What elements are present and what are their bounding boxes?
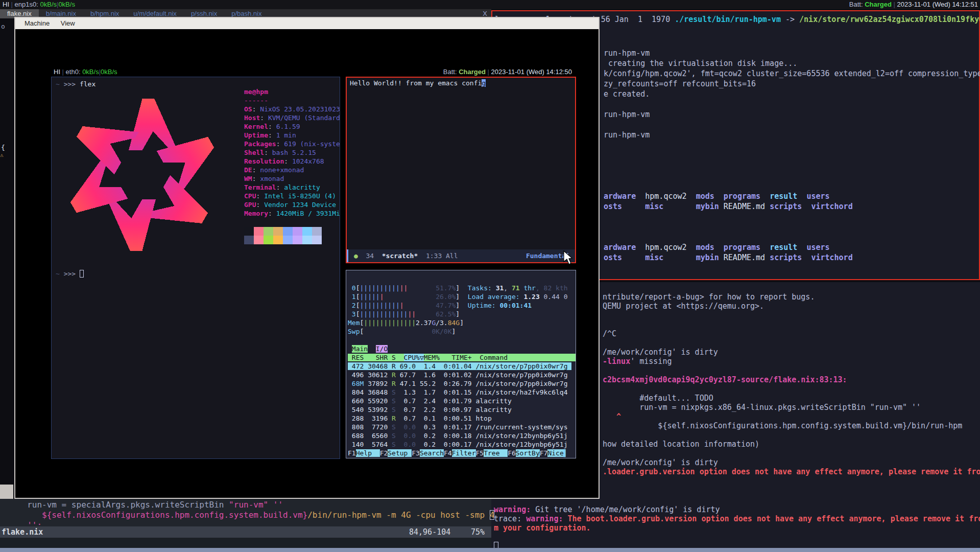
- warning-icon: ⚠: [0, 152, 4, 158]
- terminal-line: Host: KVM/QEMU (Standard: [244, 113, 340, 122]
- terminal-line: .loader.grub.version option does not hav…: [603, 467, 980, 476]
- terminal-line: [603, 430, 980, 440]
- palette-swatch: [244, 236, 254, 244]
- terminal-line: Kernel: 6.1.59: [244, 122, 340, 131]
- terminal-line: run-hpm-vm: [604, 109, 980, 120]
- terminal-line: 660 55920 S 0.7 2.4 0:01.79 alacritty: [348, 397, 576, 405]
- terminal-line: Mem[|||||||||||||2.37G/3.84G]: [348, 318, 576, 327]
- desktop: HI | enp1s0: 0kB/s|0kB/s Batt: Charged |…: [0, 0, 980, 552]
- guest-battery-clock: Batt: Charged | 2023-11-01 (Wed) 14:12:5…: [443, 67, 572, 77]
- palette-swatch: [254, 236, 264, 244]
- qemu-menubar: Machine View: [15, 18, 599, 29]
- terminal-line: /^C: [603, 329, 980, 338]
- guest-terminal-pane[interactable]: ~ >>> flex: [51, 77, 340, 459]
- terminal-line: 472 30468 R 69.0 1.4 0:01.04 /nix/store/…: [348, 362, 576, 371]
- terminal-line: ${self.nixosConfigurations.hpm.config.sy…: [603, 421, 980, 430]
- terminal-line: [604, 181, 980, 191]
- shell-prompt: ~ >>> flex: [56, 80, 95, 88]
- terminal-line: k/config/hpm.qcow2', fmt=qcow2 cluster_s…: [604, 68, 980, 79]
- terminal-line: ${self.nixosConfigurations.hpm.config.sy…: [3, 510, 494, 520]
- terminal-line: GPU: Vendor 1234 Device: [244, 200, 340, 209]
- terminal-line: ardware hpm.qcow2 mods programs result u…: [604, 242, 980, 252]
- terminal-line: Main I/O: [348, 344, 576, 353]
- terminal-line: 1[|||||| 26.0%] Load average: 1.23 0.44 …: [348, 292, 576, 301]
- terminal-line: OS: NixOS 23.05.20231023: [244, 105, 340, 113]
- terminal-output: warning: Git tree '/home/me/work/config'…: [494, 505, 980, 551]
- terminal-line: [603, 338, 980, 348]
- terminal-line: [603, 320, 980, 329]
- clipped-text: {: [1, 144, 5, 151]
- guest-network-status: HI | eth0: 0kB/s|0kB/s: [54, 67, 117, 77]
- terminal-line: Shell: bash 5.2.15: [244, 148, 340, 157]
- terminal-line: me@hpm: [244, 87, 340, 96]
- terminal-line: -linux' missing: [603, 357, 980, 366]
- terminal-line: Memory: 1420MiB / 3931Mi: [244, 209, 340, 218]
- guest-htop-pane[interactable]: 0[|||||||||||| 51.7%] Tasks: 31, 71 thr,…: [346, 270, 576, 458]
- terminal-output: run-hpm-vm creating the virtualisation d…: [604, 48, 980, 263]
- terminal-line: 804 36848 S 1.3 1.7 0:01.15 /nix/store/h…: [348, 388, 576, 397]
- palette-swatch: [273, 227, 283, 236]
- terminal-line: [604, 99, 980, 109]
- terminal-line: run-hpm-vm: [604, 130, 980, 140]
- terminal-line: 808 7720 S 0.0 0.3 0:01.17 /run/current-…: [348, 423, 576, 431]
- terminal-palette: [244, 227, 322, 236]
- terminal-palette: [244, 236, 322, 244]
- fastfetch-output: me@hpm------OS: NixOS 23.05.20231023Host…: [244, 87, 340, 218]
- shell-prompt: ~ >>>: [56, 270, 84, 278]
- terminal-line: 288 3196 R 0.7 0.1 0:00.51 htop: [348, 414, 576, 423]
- network-status: HI | enp1s0: 0kB/s|0kB/s: [3, 0, 75, 9]
- terminal-line: [604, 232, 980, 242]
- guest-emacs-pane[interactable]: Hello World!! from my emacs config ● 34 …: [346, 77, 576, 263]
- status-bar: HI | enp1s0: 0kB/s|0kB/s Batt: Charged |…: [0, 0, 980, 9]
- terminal-line: 68M 37892 R 47.1 55.2 0:26.79 /nix/store…: [348, 379, 576, 388]
- terminal-line: m your configuration.: [494, 523, 980, 533]
- terminal-line: WM: xmonad: [244, 174, 340, 183]
- terminal-line: osts misc mybin README.md scripts virtch…: [604, 201, 980, 212]
- palette-swatch: [283, 236, 293, 244]
- terminal-line: #default... TODO: [603, 394, 980, 403]
- terminal-line: ntribute/report-a-bug> for how to report…: [603, 292, 980, 302]
- terminal-line: QEMU project at <https://qemu.org>.: [603, 302, 980, 311]
- mouse-cursor: [563, 250, 575, 266]
- menu-view[interactable]: View: [61, 19, 75, 27]
- clipped-text: o: [1, 22, 5, 30]
- terminal-line: [604, 140, 980, 150]
- terminal-line: osts misc mybin README.md scripts virtch…: [604, 252, 980, 263]
- terminal-line: [603, 384, 980, 394]
- palette-swatch: [264, 227, 273, 236]
- terminal-line: [603, 449, 980, 458]
- terminal-line: 540 53992 S 0.7 2.2 0:00.97 alacritty: [348, 405, 576, 414]
- terminal-line: [604, 171, 980, 181]
- terminal-line: ------: [244, 96, 340, 105]
- palette-swatch: [302, 227, 312, 236]
- terminal-line: ^: [603, 412, 980, 421]
- terminal-line: RES SHR S CPU%▽MEM% TIME+ Command: [348, 353, 576, 362]
- palette-swatch: [273, 236, 283, 244]
- palette-swatch: [264, 236, 273, 244]
- terminal-line: Resolution: 1024x768: [244, 157, 340, 166]
- terminal-line: run-vm = nixpkgs.x86_64-linux.pkgs.write…: [603, 403, 980, 412]
- palette-swatch: [283, 227, 293, 236]
- palette-swatch: [312, 227, 322, 236]
- scrollbar[interactable]: [0, 485, 13, 499]
- code-lines: run-vm = specialArgs.pkgs.writeScriptBin…: [3, 500, 494, 531]
- terminal-line: run-hpm-vm: [604, 48, 980, 58]
- vm-screen[interactable]: HI | eth0: 0kB/s|0kB/s Batt: Charged | 2…: [15, 29, 599, 498]
- menu-machine[interactable]: Machine: [25, 19, 50, 27]
- terminal-line: how detailed location information): [603, 440, 980, 449]
- guest-emacs-modeline: ● 34 *scratch* 1:33 All Fundamental: [347, 249, 575, 262]
- guest-status-bar: HI | eth0: 0kB/s|0kB/s Batt: Charged | 2…: [15, 67, 580, 77]
- terminal-line: e created.: [604, 89, 980, 99]
- terminal-line: F1Help F2Setup F3SearchF4FilterF5Tree F6…: [348, 449, 576, 457]
- emacs-flake-nix[interactable]: run-vm = specialArgs.pkgs.writeScriptBin…: [0, 499, 491, 552]
- terminal-line: [494, 533, 980, 542]
- terminal-line: 3[|||||||||||||| 62.5%]: [348, 310, 576, 318]
- battery-clock: Batt: Charged | 2023-11-01 (Wed) 14:12:5…: [849, 0, 978, 9]
- terminal-line: c2bcsm4xmj0vd0capi9q2yc0yzl87-source/fla…: [603, 375, 980, 384]
- terminal-line: zy_refcounts=off refcount_bits=16: [604, 79, 980, 89]
- terminal-line: [604, 222, 980, 232]
- terminal-line: 2[||||||||||| 47.7%] Uptime: 00:01:41: [348, 301, 576, 310]
- terminal-line: /me/work/config' is dirty: [603, 458, 980, 467]
- scratch-buffer-text: Hello World!! from my emacs config: [350, 79, 486, 87]
- terminal-line: Packages: 619 (nix-syste: [244, 140, 340, 148]
